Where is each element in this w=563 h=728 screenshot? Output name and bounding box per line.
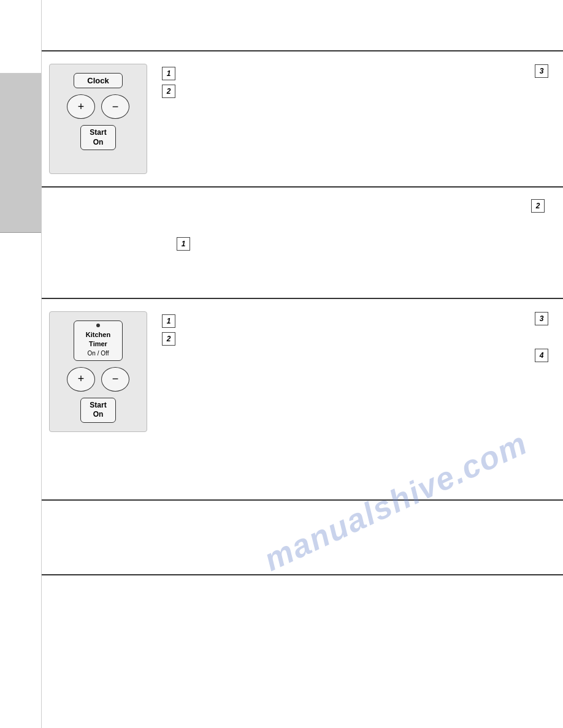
kitchen-step-3-num: 3 — [535, 312, 548, 325]
section-2: 2 1 — [42, 188, 563, 298]
kitchen-step-4-num: 4 — [535, 349, 548, 362]
kitchen-step-3-container: 3 — [535, 311, 548, 325]
sidebar-mid — [0, 74, 41, 233]
clock-button[interactable]: Clock — [74, 73, 123, 88]
section2-step1-num: 1 — [177, 237, 190, 251]
kitchen-step-2-item: 2 — [162, 332, 548, 346]
step-3-container: 3 — [535, 64, 548, 78]
kitchen-step-4-container: 4 — [535, 348, 548, 362]
kitchen-step-1-item: 1 — [162, 314, 548, 328]
minus-arrow-button[interactable]: − — [101, 94, 129, 119]
section-4 — [42, 501, 563, 574]
step-1-item: 1 — [162, 66, 548, 80]
dot-indicator — [96, 324, 100, 327]
section-5 — [42, 575, 563, 649]
start-on-button[interactable]: StartOn — [80, 125, 115, 150]
kitchen-timer-label: KitchenTimerOn / Off — [86, 331, 110, 357]
sidebar — [0, 0, 42, 728]
step-2-item: 2 — [162, 84, 548, 98]
section2-step2-num: 2 — [531, 199, 545, 213]
kitchen-plus-arrow-button[interactable]: + — [67, 367, 95, 392]
kitchen-arrows-row: + − — [67, 367, 129, 392]
section2-step2-container: 2 — [531, 199, 545, 213]
main-content: Clock + − StartOn 1 2 3 — [42, 0, 563, 728]
kitchen-step-1-num: 1 — [162, 314, 175, 328]
kitchen-timer-control-panel: KitchenTimerOn / Off + − StartOn — [49, 311, 147, 432]
step-3-num: 3 — [535, 64, 548, 78]
section-3-extra — [42, 444, 563, 499]
step-2-num: 2 — [162, 85, 175, 98]
section-clock-start: Clock + − StartOn 1 2 3 — [42, 51, 563, 186]
kitchen-start-on-button[interactable]: StartOn — [80, 398, 115, 423]
section2-step1-container: 1 — [177, 237, 196, 251]
kitchen-minus-arrow-button[interactable]: − — [101, 367, 129, 392]
clock-control-panel: Clock + − StartOn — [49, 64, 147, 174]
step-1-num: 1 — [162, 67, 175, 80]
clock-steps-content: 1 2 3 — [162, 64, 548, 174]
kitchen-timer-button[interactable]: KitchenTimerOn / Off — [74, 320, 123, 361]
sidebar-top — [0, 0, 41, 74]
kitchen-steps-content: 1 2 3 4 — [162, 311, 548, 432]
kitchen-step-2-num: 2 — [162, 332, 175, 346]
plus-arrow-button[interactable]: + — [67, 94, 95, 119]
section-kitchen-timer: KitchenTimerOn / Off + − StartOn 1 2 3 — [42, 299, 563, 444]
arrows-row: + − — [67, 94, 129, 119]
